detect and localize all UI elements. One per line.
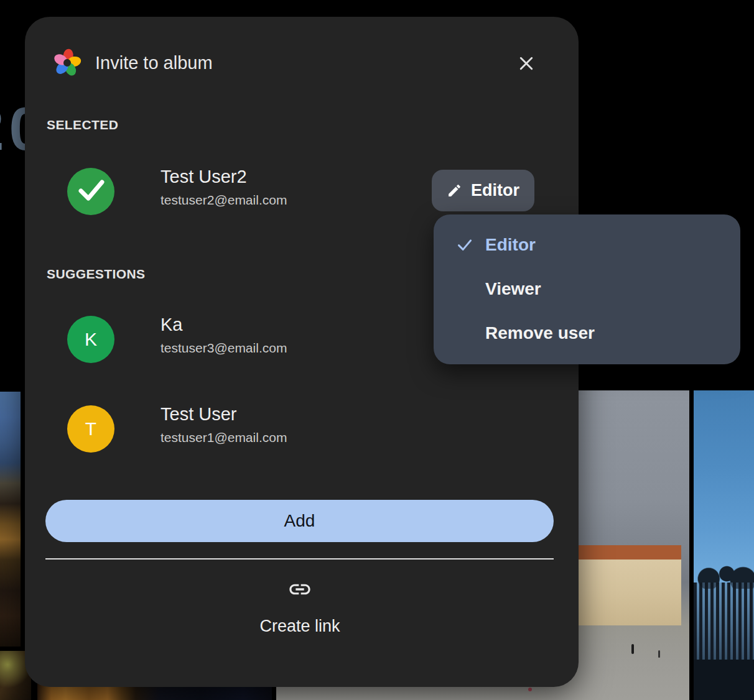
- close-icon: [517, 54, 536, 75]
- suggestion-user-email: testuser1@email.com: [161, 430, 287, 445]
- close-button[interactable]: [514, 52, 539, 76]
- selected-section-header: SELECTED: [47, 117, 118, 132]
- suggestions-section-header: SUGGESTIONS: [47, 267, 145, 282]
- fence-grill: [694, 583, 754, 663]
- role-button-label: Editor: [471, 181, 519, 200]
- selected-user-avatar: [67, 168, 114, 215]
- create-link-label: Create link: [259, 617, 340, 636]
- suggestion-user-name: Test User: [161, 404, 236, 425]
- suggestion-user-row[interactable]: T Test User testuser1@email.com: [47, 398, 445, 460]
- background-photo-fence-sky: [694, 390, 754, 700]
- suggestion-user-email: testuser3@email.com: [161, 341, 287, 356]
- person-silhouette: [631, 644, 634, 654]
- role-selector-button[interactable]: Editor: [432, 170, 534, 211]
- pavement-object: [528, 688, 532, 691]
- divider: [45, 558, 554, 560]
- checkmark-icon: [456, 236, 473, 253]
- background-photo-dusk-building: [0, 392, 21, 647]
- selected-user-row[interactable]: Test User2 testuser2@email.com: [47, 160, 445, 223]
- immich-logo-icon: [52, 48, 82, 78]
- dropdown-item-editor[interactable]: Editor: [434, 223, 740, 267]
- dropdown-item-label: Editor: [485, 235, 536, 255]
- fence-base: [694, 660, 754, 700]
- avatar-initial: T: [85, 418, 96, 440]
- person-silhouette: [658, 650, 660, 658]
- suggestion-user-avatar: T: [67, 405, 114, 453]
- suggestion-user-name: Ka: [161, 315, 182, 335]
- avatar-initial: K: [85, 329, 97, 350]
- selected-user-email: testuser2@email.com: [161, 193, 287, 208]
- cream-building: [574, 545, 681, 625]
- chain-link-icon: [287, 577, 312, 602]
- dropdown-item-label: Viewer: [485, 279, 541, 299]
- role-dropdown-menu: Editor Viewer Remove user: [434, 214, 740, 364]
- dialog-title: Invite to album: [95, 53, 213, 73]
- suggestion-user-row[interactable]: K Ka testuser3@email.com: [47, 308, 445, 371]
- screen: 20 Invite: [0, 0, 754, 700]
- add-button[interactable]: Add: [45, 500, 554, 542]
- dropdown-item-remove-user[interactable]: Remove user: [434, 311, 740, 355]
- selected-user-name: Test User2: [161, 167, 247, 187]
- suggestion-user-avatar: K: [67, 316, 114, 363]
- pencil-icon: [447, 183, 462, 198]
- checkmark-icon: [67, 167, 114, 216]
- dropdown-item-viewer[interactable]: Viewer: [434, 267, 740, 311]
- dropdown-item-label: Remove user: [485, 323, 595, 343]
- create-link-button[interactable]: Create link: [175, 576, 424, 637]
